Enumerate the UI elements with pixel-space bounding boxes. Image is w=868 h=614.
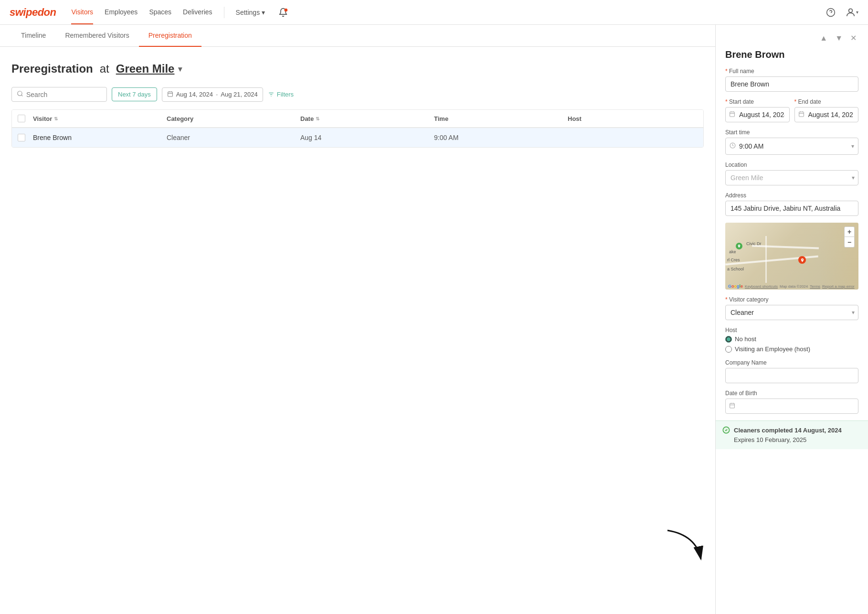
- left-content: Timeline Remembered Visitors Preregistra…: [0, 25, 715, 614]
- svg-rect-6: [168, 92, 172, 97]
- filters-button[interactable]: Filters: [268, 91, 294, 98]
- nav-settings[interactable]: Settings ▾: [236, 9, 265, 16]
- avatar-button[interactable]: ▾: [845, 6, 858, 19]
- panel-title: Brene Brown: [725, 49, 858, 60]
- start-time-label: Start time: [725, 129, 858, 136]
- location-select[interactable]: Green Mile: [725, 170, 858, 185]
- visitor-category-select[interactable]: Cleaner Contractor Guest: [725, 305, 858, 320]
- start-date-wrap: [725, 107, 790, 122]
- date-sort-icon[interactable]: ⇅: [316, 116, 319, 121]
- panel-up-button[interactable]: ▲: [818, 33, 829, 43]
- address-input[interactable]: [725, 201, 858, 216]
- visitors-table: Visitor ⇅ Category Date ⇅ Time Host: [11, 109, 704, 148]
- col-host: Host: [568, 115, 698, 122]
- notification-check-icon: [722, 426, 730, 436]
- map-keyboard-shortcuts[interactable]: Keyboard shortcuts: [745, 284, 778, 289]
- calendar-start-icon: [167, 91, 173, 98]
- start-time-select[interactable]: 9:00 AM 9:30 AM 10:00 AM: [726, 138, 858, 154]
- company-name-field: Company Name: [725, 359, 858, 383]
- visitor-category-label: * Visitor category: [725, 296, 858, 303]
- company-name-label: Company Name: [725, 359, 858, 366]
- notification-text: Cleaners completed 14 August, 2024 Expir…: [734, 426, 842, 444]
- no-host-option[interactable]: No host: [725, 335, 858, 343]
- help-icon[interactable]: [824, 6, 837, 19]
- nav-divider: [224, 7, 224, 18]
- toolbar: Next 7 days Aug 14, 2024 - Aug 21, 2024 …: [11, 87, 704, 102]
- time-chevron-icon: ▾: [851, 143, 854, 150]
- nav-right: ▾: [824, 6, 858, 19]
- end-date-cal-icon: [798, 111, 804, 118]
- full-name-label: * Full name: [725, 68, 858, 75]
- address-label: Address: [725, 192, 858, 199]
- tab-preregistration[interactable]: Preregistration: [139, 25, 201, 47]
- row-checkbox[interactable]: [18, 134, 25, 141]
- date-range-picker[interactable]: Aug 14, 2024 - Aug 21, 2024: [162, 87, 263, 102]
- main-layout: Timeline Remembered Visitors Preregistra…: [0, 25, 868, 614]
- page-content: Preregistration at Green Mile ▾ Next 7 d…: [0, 47, 715, 159]
- svg-rect-22: [730, 403, 735, 408]
- end-date-label: * End date: [794, 98, 859, 105]
- visiting-employee-option[interactable]: Visiting an Employee (host): [725, 345, 858, 353]
- start-date-field: * Start date: [725, 98, 790, 122]
- visiting-employee-radio[interactable]: [725, 346, 732, 353]
- panel-close-button[interactable]: ✕: [848, 32, 858, 43]
- panel-nav: ▲ ▼ ✕: [725, 32, 858, 43]
- location-selector[interactable]: Green Mile: [116, 62, 175, 75]
- search-box[interactable]: [11, 87, 107, 102]
- table-header: Visitor ⇅ Category Date ⇅ Time Host: [12, 110, 703, 128]
- visitor-sort-icon[interactable]: ⇅: [54, 116, 58, 121]
- page-title: Preregistration at Green Mile ▾: [11, 62, 704, 75]
- date-range-separator: -: [216, 91, 218, 98]
- notifications-icon[interactable]: [276, 6, 290, 19]
- svg-point-4: [18, 91, 22, 96]
- address-field: Address: [725, 192, 858, 216]
- row-date: Aug 14: [300, 134, 430, 141]
- dob-field: Date of Birth: [725, 390, 858, 414]
- search-input[interactable]: [26, 91, 102, 98]
- svg-point-3: [849, 9, 853, 12]
- tab-remembered[interactable]: Remembered Visitors: [55, 25, 138, 47]
- map-controls: + −: [844, 226, 855, 248]
- visitor-category-select-wrap: Cleaner Contractor Guest ▾: [725, 305, 858, 320]
- location-label: Location: [725, 162, 858, 168]
- table-row[interactable]: Brene Brown Cleaner Aug 14 9:00 AM: [12, 128, 703, 147]
- map-zoom-in[interactable]: +: [844, 226, 855, 237]
- host-field: Host No host Visiting an Employee (host): [725, 327, 858, 353]
- svg-point-0: [285, 8, 288, 11]
- svg-line-5: [21, 95, 23, 97]
- dob-cal-icon: [729, 402, 735, 410]
- host-radio-group: No host Visiting an Employee (host): [725, 335, 858, 353]
- start-date-cal-icon: [729, 111, 735, 118]
- map-terms[interactable]: Terms: [810, 284, 820, 289]
- bottom-notification: Cleaners completed 14 August, 2024 Expir…: [716, 420, 868, 449]
- tab-timeline[interactable]: Timeline: [11, 25, 55, 47]
- nav-visitors[interactable]: Visitors: [71, 0, 93, 24]
- no-host-radio[interactable]: [725, 336, 732, 343]
- date-row: * Start date * End date: [725, 98, 858, 129]
- map-data-credit: Map data ©2024: [780, 284, 808, 289]
- date-end: Aug 21, 2024: [221, 91, 257, 98]
- map-report[interactable]: Report a map error: [822, 284, 855, 289]
- host-label: Host: [725, 327, 858, 334]
- company-name-input[interactable]: [725, 368, 858, 383]
- app-logo: swipedon: [10, 6, 56, 19]
- svg-rect-13: [730, 112, 735, 117]
- col-date: Date ⇅: [300, 115, 430, 122]
- dob-input-wrap: [725, 399, 858, 414]
- map-zoom-out[interactable]: −: [844, 237, 855, 248]
- top-navigation: swipedon Visitors Employees Spaces Deliv…: [0, 0, 868, 25]
- nav-employees[interactable]: Employees: [105, 0, 138, 24]
- map-label-cres: rl Cres: [727, 258, 740, 262]
- next-7-days-button[interactable]: Next 7 days: [112, 87, 157, 101]
- col-time: Time: [434, 115, 564, 122]
- full-name-input[interactable]: [725, 76, 858, 92]
- start-time-select-wrap: 9:00 AM 9:30 AM 10:00 AM ▾: [725, 138, 858, 155]
- panel-down-button[interactable]: ▼: [833, 33, 845, 43]
- dob-input[interactable]: [725, 399, 858, 414]
- start-time-field: Start time 9:00 AM 9:30 AM 10:00 AM ▾: [725, 129, 858, 155]
- nav-deliveries[interactable]: Deliveries: [183, 0, 212, 24]
- location-field: Location Green Mile ▾: [725, 162, 858, 185]
- nav-spaces[interactable]: Spaces: [149, 0, 171, 24]
- select-all-checkbox[interactable]: [18, 115, 25, 122]
- search-icon: [17, 90, 23, 98]
